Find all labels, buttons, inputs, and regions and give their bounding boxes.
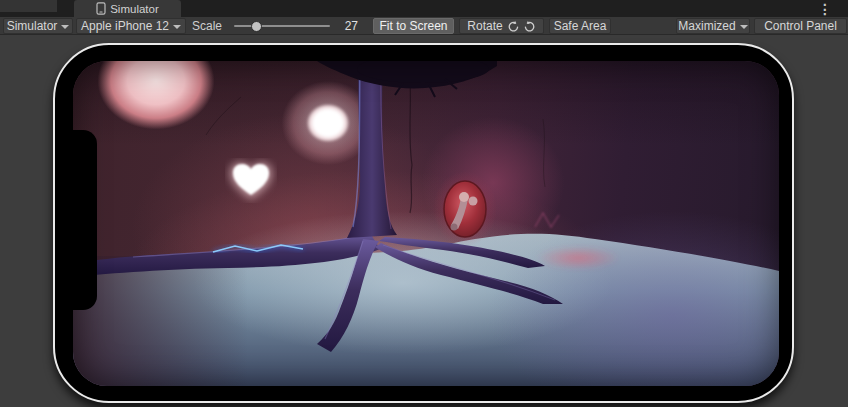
chevron-down-icon xyxy=(740,25,748,29)
simulator-viewport xyxy=(0,35,848,407)
iphone-12-device-frame xyxy=(53,43,794,403)
rotate-button-group[interactable]: Rotate xyxy=(459,18,544,34)
red-membrane-orb xyxy=(433,171,497,247)
simulator-menu-label: Simulator xyxy=(7,18,58,34)
fit-to-screen-label: Fit to Screen xyxy=(379,18,447,34)
scale-label: Scale xyxy=(192,18,222,34)
control-panel-label: Control Panel xyxy=(764,18,837,34)
simulator-toolbar: Simulator Apple iPhone 12 Scale 27 Fit t… xyxy=(0,17,848,35)
device-select-label: Apple iPhone 12 xyxy=(81,18,169,34)
window-mode-label: Maximized xyxy=(678,18,735,34)
device-notch xyxy=(73,130,97,310)
scale-value-field[interactable]: 27 xyxy=(330,18,358,34)
kebab-menu-icon[interactable]: ⋮ xyxy=(818,0,832,17)
rotate-ccw-icon[interactable] xyxy=(507,20,520,33)
tab-simulator[interactable]: Simulator xyxy=(74,0,181,17)
tab-label: Simulator xyxy=(110,3,159,15)
ground-mound xyxy=(73,211,779,386)
slider-thumb[interactable] xyxy=(251,21,262,32)
rotate-cw-icon[interactable] xyxy=(523,20,536,33)
safe-area-button[interactable]: Safe Area xyxy=(549,18,611,34)
simulator-menu-dropdown[interactable]: Simulator xyxy=(3,18,73,34)
unity-device-simulator-window: Simulator ⋮ Simulator Apple iPhone 12 Sc… xyxy=(0,0,848,407)
chevron-down-icon xyxy=(173,25,181,29)
safe-area-label: Safe Area xyxy=(554,18,607,34)
control-panel-button[interactable]: Control Panel xyxy=(754,18,847,34)
window-mode-dropdown[interactable]: Maximized xyxy=(676,18,750,34)
wall-membrane-streaks xyxy=(535,213,559,227)
slider-track[interactable] xyxy=(234,25,330,27)
device-select-dropdown[interactable]: Apple iPhone 12 xyxy=(76,18,186,34)
tab-bar: Simulator ⋮ xyxy=(0,0,848,17)
game-scene xyxy=(73,61,779,386)
rotate-label: Rotate xyxy=(467,18,502,34)
chevron-down-icon xyxy=(61,25,69,29)
dock-corner-fragment xyxy=(0,0,57,12)
device-phone-icon xyxy=(96,2,106,15)
red-floor-glow xyxy=(536,246,620,270)
glow-blob-heart xyxy=(230,163,272,199)
fit-to-screen-button[interactable]: Fit to Screen xyxy=(373,18,454,34)
game-screen[interactable] xyxy=(73,61,779,386)
scale-slider[interactable] xyxy=(234,18,330,34)
